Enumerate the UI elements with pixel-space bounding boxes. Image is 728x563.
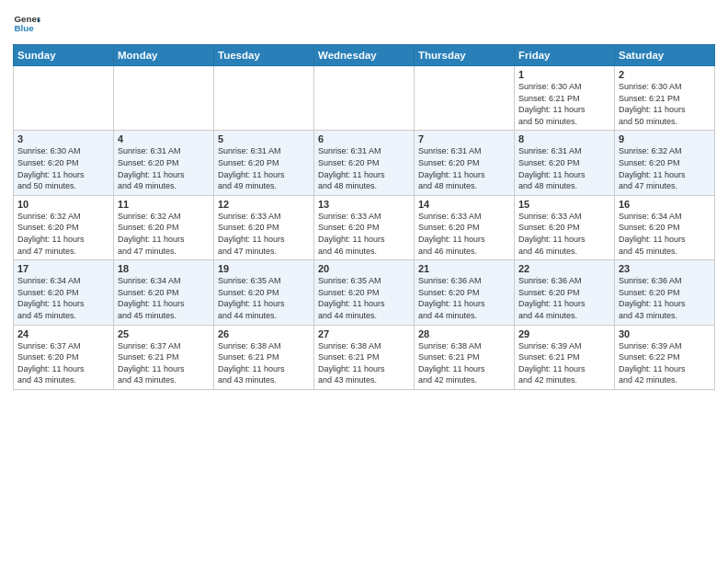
weekday-thursday: Thursday: [415, 45, 515, 66]
day-cell: 22Sunrise: 6:36 AM Sunset: 6:20 PM Dayli…: [515, 260, 615, 325]
day-cell: 9Sunrise: 6:32 AM Sunset: 6:20 PM Daylig…: [615, 131, 715, 195]
day-number: 11: [118, 199, 210, 210]
weekday-wednesday: Wednesday: [314, 45, 415, 66]
svg-text:General: General: [15, 14, 41, 24]
day-cell: 4Sunrise: 6:31 AM Sunset: 6:20 PM Daylig…: [114, 131, 214, 195]
svg-text:Blue: Blue: [15, 23, 35, 33]
day-info: Sunrise: 6:33 AM Sunset: 6:20 PM Dayligh…: [218, 211, 310, 257]
weekday-friday: Friday: [515, 45, 615, 66]
day-info: Sunrise: 6:32 AM Sunset: 6:20 PM Dayligh…: [619, 145, 711, 191]
day-cell: [114, 66, 214, 131]
day-cell: 1Sunrise: 6:30 AM Sunset: 6:21 PM Daylig…: [515, 66, 615, 131]
day-cell: 28Sunrise: 6:38 AM Sunset: 6:21 PM Dayli…: [415, 325, 515, 389]
day-number: 9: [619, 133, 711, 144]
day-cell: 5Sunrise: 6:31 AM Sunset: 6:20 PM Daylig…: [214, 131, 314, 195]
day-number: 7: [418, 133, 510, 144]
day-number: 10: [17, 199, 109, 210]
day-cell: 27Sunrise: 6:38 AM Sunset: 6:21 PM Dayli…: [314, 325, 415, 389]
day-number: 21: [418, 263, 510, 274]
logo-icon: General Blue: [13, 9, 40, 37]
day-cell: [214, 66, 314, 131]
week-row-1: 1Sunrise: 6:30 AM Sunset: 6:21 PM Daylig…: [14, 66, 715, 131]
day-number: 17: [17, 263, 109, 274]
weekday-saturday: Saturday: [615, 45, 715, 66]
day-number: 29: [518, 328, 610, 339]
day-number: 13: [318, 199, 410, 210]
day-number: 18: [118, 263, 210, 274]
day-cell: [415, 66, 515, 131]
day-info: Sunrise: 6:38 AM Sunset: 6:21 PM Dayligh…: [318, 340, 410, 386]
day-info: Sunrise: 6:36 AM Sunset: 6:20 PM Dayligh…: [418, 275, 510, 321]
week-row-4: 17Sunrise: 6:34 AM Sunset: 6:20 PM Dayli…: [14, 260, 715, 325]
day-cell: 14Sunrise: 6:33 AM Sunset: 6:20 PM Dayli…: [415, 195, 515, 259]
day-cell: 11Sunrise: 6:32 AM Sunset: 6:20 PM Dayli…: [114, 195, 214, 259]
day-cell: 18Sunrise: 6:34 AM Sunset: 6:20 PM Dayli…: [114, 260, 214, 325]
day-info: Sunrise: 6:30 AM Sunset: 6:21 PM Dayligh…: [619, 81, 711, 127]
week-row-2: 3Sunrise: 6:30 AM Sunset: 6:20 PM Daylig…: [14, 131, 715, 195]
day-cell: 7Sunrise: 6:31 AM Sunset: 6:20 PM Daylig…: [415, 131, 515, 195]
day-number: 19: [218, 263, 310, 274]
day-cell: 8Sunrise: 6:31 AM Sunset: 6:20 PM Daylig…: [515, 131, 615, 195]
day-cell: 24Sunrise: 6:37 AM Sunset: 6:20 PM Dayli…: [14, 325, 114, 389]
day-info: Sunrise: 6:38 AM Sunset: 6:21 PM Dayligh…: [418, 340, 510, 386]
day-cell: 16Sunrise: 6:34 AM Sunset: 6:20 PM Dayli…: [615, 195, 715, 259]
calendar: SundayMondayTuesdayWednesdayThursdayFrid…: [13, 44, 715, 390]
day-info: Sunrise: 6:33 AM Sunset: 6:20 PM Dayligh…: [418, 211, 510, 257]
day-cell: 30Sunrise: 6:39 AM Sunset: 6:22 PM Dayli…: [615, 325, 715, 389]
day-cell: 13Sunrise: 6:33 AM Sunset: 6:20 PM Dayli…: [314, 195, 415, 259]
day-cell: 17Sunrise: 6:34 AM Sunset: 6:20 PM Dayli…: [14, 260, 114, 325]
weekday-sunday: Sunday: [14, 45, 114, 66]
day-info: Sunrise: 6:37 AM Sunset: 6:20 PM Dayligh…: [17, 340, 109, 386]
logo: General Blue: [13, 9, 46, 37]
page-header: General Blue: [13, 9, 715, 37]
day-number: 1: [518, 69, 610, 80]
day-info: Sunrise: 6:30 AM Sunset: 6:20 PM Dayligh…: [17, 145, 109, 191]
weekday-header-row: SundayMondayTuesdayWednesdayThursdayFrid…: [14, 45, 715, 66]
day-cell: 26Sunrise: 6:38 AM Sunset: 6:21 PM Dayli…: [214, 325, 314, 389]
day-info: Sunrise: 6:38 AM Sunset: 6:21 PM Dayligh…: [218, 340, 310, 386]
day-info: Sunrise: 6:33 AM Sunset: 6:20 PM Dayligh…: [318, 211, 410, 257]
day-number: 12: [218, 199, 310, 210]
day-info: Sunrise: 6:34 AM Sunset: 6:20 PM Dayligh…: [118, 275, 210, 321]
day-cell: 10Sunrise: 6:32 AM Sunset: 6:20 PM Dayli…: [14, 195, 114, 259]
day-number: 27: [318, 328, 410, 339]
day-info: Sunrise: 6:34 AM Sunset: 6:20 PM Dayligh…: [619, 211, 711, 257]
day-cell: 20Sunrise: 6:35 AM Sunset: 6:20 PM Dayli…: [314, 260, 415, 325]
day-cell: [14, 66, 114, 131]
day-info: Sunrise: 6:36 AM Sunset: 6:20 PM Dayligh…: [619, 275, 711, 321]
day-info: Sunrise: 6:39 AM Sunset: 6:22 PM Dayligh…: [619, 340, 711, 386]
weekday-monday: Monday: [114, 45, 214, 66]
day-info: Sunrise: 6:30 AM Sunset: 6:21 PM Dayligh…: [518, 81, 610, 127]
day-number: 16: [619, 199, 711, 210]
day-info: Sunrise: 6:31 AM Sunset: 6:20 PM Dayligh…: [118, 145, 210, 191]
day-number: 24: [17, 328, 109, 339]
weekday-tuesday: Tuesday: [214, 45, 314, 66]
day-info: Sunrise: 6:33 AM Sunset: 6:20 PM Dayligh…: [518, 211, 610, 257]
day-number: 5: [218, 133, 310, 144]
day-number: 26: [218, 328, 310, 339]
day-number: 25: [118, 328, 210, 339]
day-cell: 25Sunrise: 6:37 AM Sunset: 6:21 PM Dayli…: [114, 325, 214, 389]
week-row-3: 10Sunrise: 6:32 AM Sunset: 6:20 PM Dayli…: [14, 195, 715, 259]
day-cell: 6Sunrise: 6:31 AM Sunset: 6:20 PM Daylig…: [314, 131, 415, 195]
day-info: Sunrise: 6:32 AM Sunset: 6:20 PM Dayligh…: [17, 211, 109, 257]
day-number: 22: [518, 263, 610, 274]
day-number: 3: [17, 133, 109, 144]
day-cell: 3Sunrise: 6:30 AM Sunset: 6:20 PM Daylig…: [14, 131, 114, 195]
day-cell: 29Sunrise: 6:39 AM Sunset: 6:21 PM Dayli…: [515, 325, 615, 389]
day-info: Sunrise: 6:36 AM Sunset: 6:20 PM Dayligh…: [518, 275, 610, 321]
day-info: Sunrise: 6:31 AM Sunset: 6:20 PM Dayligh…: [318, 145, 410, 191]
day-info: Sunrise: 6:34 AM Sunset: 6:20 PM Dayligh…: [17, 275, 109, 321]
day-info: Sunrise: 6:31 AM Sunset: 6:20 PM Dayligh…: [418, 145, 510, 191]
day-info: Sunrise: 6:35 AM Sunset: 6:20 PM Dayligh…: [318, 275, 410, 321]
day-cell: 19Sunrise: 6:35 AM Sunset: 6:20 PM Dayli…: [214, 260, 314, 325]
day-number: 28: [418, 328, 510, 339]
day-cell: 15Sunrise: 6:33 AM Sunset: 6:20 PM Dayli…: [515, 195, 615, 259]
day-cell: 12Sunrise: 6:33 AM Sunset: 6:20 PM Dayli…: [214, 195, 314, 259]
day-cell: 2Sunrise: 6:30 AM Sunset: 6:21 PM Daylig…: [615, 66, 715, 131]
day-number: 14: [418, 199, 510, 210]
day-number: 15: [518, 199, 610, 210]
day-cell: 21Sunrise: 6:36 AM Sunset: 6:20 PM Dayli…: [415, 260, 515, 325]
day-cell: 23Sunrise: 6:36 AM Sunset: 6:20 PM Dayli…: [615, 260, 715, 325]
day-info: Sunrise: 6:39 AM Sunset: 6:21 PM Dayligh…: [518, 340, 610, 386]
